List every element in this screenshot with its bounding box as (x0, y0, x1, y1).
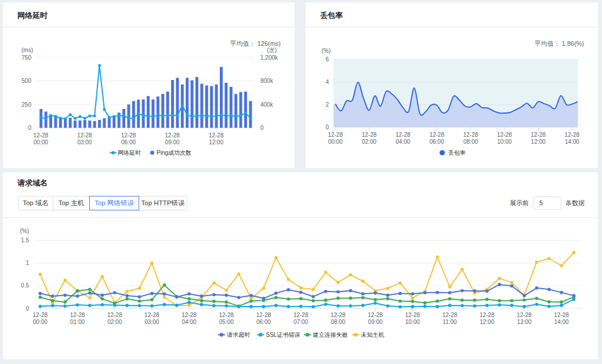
svg-text:12:00: 12:00 (209, 139, 223, 145)
svg-text:03:00: 03:00 (144, 319, 159, 325)
svg-text:(次): (次) (267, 47, 277, 53)
svg-text:800k: 800k (260, 78, 274, 84)
svg-text:12:00: 12:00 (480, 319, 494, 325)
svg-text:12-28: 12-28 (34, 132, 49, 139)
svg-text:4: 4 (325, 79, 329, 85)
svg-text:12-28: 12-28 (554, 312, 569, 318)
svg-text:网络延时: 网络延时 (118, 150, 141, 156)
svg-text:12-28: 12-28 (182, 312, 197, 318)
svg-text:12-28: 12-28 (107, 312, 122, 318)
svg-text:02:00: 02:00 (107, 319, 122, 325)
svg-text:08:00: 08:00 (331, 319, 345, 325)
svg-text:06:00: 06:00 (430, 139, 444, 145)
svg-text:(%): (%) (321, 48, 331, 54)
svg-text:Ping成功次数: Ping成功次数 (157, 150, 191, 156)
svg-text:09:00: 09:00 (368, 319, 383, 325)
svg-text:平均值： 1.86(%): 平均值： 1.86(%) (534, 40, 584, 47)
svg-text:(ms): (ms) (21, 47, 33, 53)
svg-text:12-28: 12-28 (368, 312, 383, 318)
svg-text:06:00: 06:00 (121, 139, 136, 145)
svg-text:07:00: 07:00 (293, 319, 308, 325)
svg-text:12-28: 12-28 (362, 132, 377, 138)
svg-text:请求超时: 请求超时 (226, 332, 250, 338)
svg-text:05:00: 05:00 (219, 319, 234, 325)
svg-text:12-28: 12-28 (443, 312, 458, 318)
svg-text:06:00: 06:00 (256, 319, 271, 325)
svg-text:11:00: 11:00 (443, 319, 457, 325)
svg-text:1.5: 1.5 (21, 237, 29, 243)
svg-text:6: 6 (325, 56, 329, 63)
svg-text:12-28: 12-28 (497, 132, 512, 138)
svg-text:12-28: 12-28 (121, 132, 136, 139)
svg-text:12-28: 12-28 (328, 132, 343, 138)
svg-text:10:00: 10:00 (405, 319, 420, 325)
svg-text:平均值： 126(ms): 平均值： 126(ms) (230, 40, 281, 47)
svg-text:14:00: 14:00 (565, 139, 579, 145)
svg-text:00:00: 00:00 (34, 139, 48, 145)
svg-text:12-28: 12-28 (480, 312, 495, 318)
svg-text:12-28: 12-28 (77, 132, 92, 139)
svg-text:12-28: 12-28 (405, 312, 420, 318)
svg-text:12-28: 12-28 (293, 312, 309, 318)
svg-text:12-28: 12-28 (429, 132, 444, 138)
svg-text:(%): (%) (20, 228, 29, 234)
svg-text:08:00: 08:00 (463, 139, 478, 145)
svg-text:12-28: 12-28 (209, 132, 224, 139)
svg-text:12:00: 12:00 (531, 139, 546, 145)
svg-text:12-28: 12-28 (33, 312, 48, 318)
svg-text:建立连接失败: 建立连接失败 (313, 332, 348, 338)
svg-text:0: 0 (28, 125, 31, 131)
svg-text:未知主机: 未知主机 (361, 332, 385, 338)
svg-text:00:00: 00:00 (33, 319, 48, 325)
svg-text:12-28: 12-28 (219, 312, 234, 318)
svg-text:1: 1 (26, 260, 29, 266)
svg-text:12-28: 12-28 (70, 312, 85, 318)
svg-text:01:00: 01:00 (70, 319, 85, 325)
svg-text:12-28: 12-28 (144, 312, 159, 318)
svg-text:04:00: 04:00 (396, 139, 410, 145)
svg-text:750: 750 (21, 54, 31, 61)
svg-text:丢包率: 丢包率 (448, 150, 466, 156)
svg-text:2: 2 (325, 101, 329, 108)
svg-text:10:00: 10:00 (497, 139, 512, 145)
svg-text:03:00: 03:00 (77, 139, 92, 145)
svg-text:12-28: 12-28 (531, 132, 546, 138)
svg-text:12-28: 12-28 (256, 312, 271, 318)
svg-text:02:00: 02:00 (362, 139, 376, 145)
svg-text:13:00: 13:00 (517, 319, 531, 325)
svg-text:0: 0 (26, 305, 29, 312)
svg-text:04:00: 04:00 (182, 319, 197, 325)
svg-text:09:00: 09:00 (165, 139, 180, 145)
svg-text:12-28: 12-28 (517, 312, 532, 318)
svg-text:250: 250 (21, 101, 31, 108)
svg-text:0: 0 (260, 125, 264, 131)
svg-text:0: 0 (325, 124, 329, 130)
svg-text:SSL证书错误: SSL证书错误 (266, 332, 300, 338)
svg-text:12-28: 12-28 (565, 132, 580, 138)
svg-text:400k: 400k (260, 101, 274, 108)
svg-text:14:00: 14:00 (554, 319, 569, 325)
svg-text:12-28: 12-28 (396, 132, 411, 138)
svg-text:0.5: 0.5 (21, 282, 29, 289)
svg-text:1,200k: 1,200k (260, 54, 278, 61)
svg-text:00:00: 00:00 (328, 139, 343, 145)
svg-text:12-28: 12-28 (165, 132, 180, 139)
svg-text:12-28: 12-28 (463, 132, 478, 138)
svg-text:12-28: 12-28 (331, 312, 346, 318)
svg-text:500: 500 (21, 78, 31, 84)
